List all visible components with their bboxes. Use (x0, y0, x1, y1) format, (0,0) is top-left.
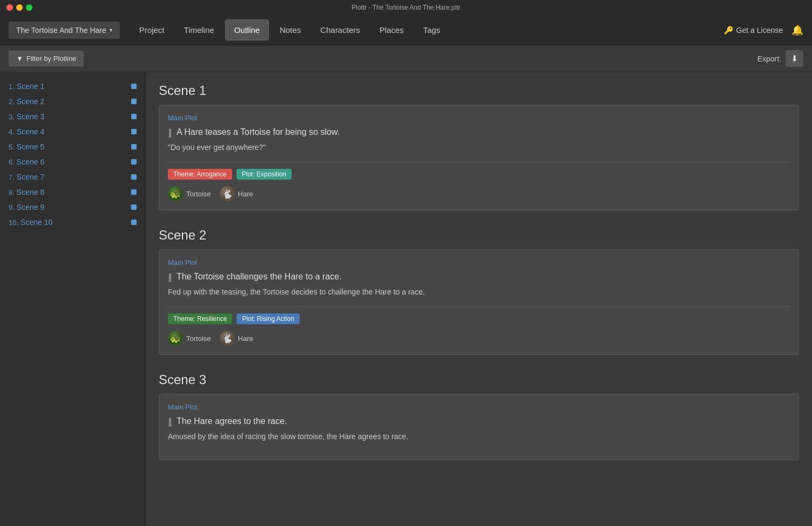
nav-notes[interactable]: Notes (271, 20, 309, 40)
sidebar-label: Scene 2 (17, 97, 131, 106)
hare-name: Hare (238, 190, 253, 198)
nav-places[interactable]: Places (371, 20, 412, 40)
nav-right: 🔑 Get a License 🔔 (724, 24, 803, 36)
characters-row-2: Tortoise Hare (168, 331, 790, 346)
nav-project[interactable]: Project (131, 20, 173, 40)
scene-divider-2 (168, 306, 790, 307)
sidebar-item-scene4[interactable]: 4. Scene 4 (0, 124, 145, 139)
tag-exposition[interactable]: Plot: Exposition (236, 169, 292, 180)
tags-row-1: Theme: Arrogance Plot: Exposition (168, 169, 790, 180)
license-button[interactable]: 🔑 Get a License (724, 26, 783, 35)
nav-characters[interactable]: Characters (312, 20, 368, 40)
sidebar-num: 6. (9, 158, 15, 166)
sidebar-item-scene8[interactable]: 8. Scene 8 (0, 185, 145, 200)
sidebar-dot (131, 144, 137, 149)
plot-label-3: Main Plot (168, 403, 790, 411)
sidebar-item-scene9[interactable]: 9. Scene 9 (0, 200, 145, 215)
scene-body-1: "Do you ever get anywhere?" (168, 142, 790, 153)
notification-bell-icon[interactable]: 🔔 (791, 24, 803, 36)
plot-label-1: Main Plot (168, 114, 790, 122)
sidebar-dot (131, 84, 137, 89)
filter-icon: ▼ (16, 54, 23, 63)
nav-timeline[interactable]: Timeline (175, 20, 223, 40)
nav-outline[interactable]: Outline (225, 19, 269, 40)
sidebar-dot (131, 189, 137, 195)
sidebar-label: Scene 1 (17, 82, 131, 91)
main-layout: 1. Scene 1 2. Scene 2 3. Scene 3 4. Scen… (0, 72, 812, 526)
sidebar-num: 5. (9, 143, 15, 151)
sidebar-item-scene10[interactable]: 10. Scene 10 (0, 215, 145, 230)
content-area: Scene 1 Main Plot A Hare teases a Tortoi… (146, 72, 812, 526)
navbar: The Tortoise And The Hare Project Timeli… (0, 15, 812, 45)
sidebar-dot (131, 174, 137, 180)
minimize-button[interactable] (16, 4, 23, 11)
scene-divider-1 (168, 162, 790, 162)
tortoise-avatar (168, 331, 183, 346)
scene-title-3: Scene 3 (159, 372, 799, 387)
sidebar-num: 4. (9, 128, 15, 136)
filter-by-plotline-button[interactable]: ▼ Filter by Plotline (9, 51, 84, 66)
title-bar: Plottr - The Tortoise And The Hare.pltr (0, 0, 812, 15)
scene-card-1[interactable]: Main Plot A Hare teases a Tortoise for b… (159, 105, 799, 210)
sidebar-label: Scene 8 (17, 188, 131, 196)
tortoise-name: Tortoise (186, 334, 211, 343)
sidebar-item-scene1[interactable]: 1. Scene 1 (0, 79, 145, 94)
tortoise-name: Tortoise (186, 190, 211, 198)
toolbar: ▼ Filter by Plotline Export: ⬇ (0, 45, 812, 72)
sidebar-dot (131, 159, 137, 165)
scene-block-1: Scene 1 Main Plot A Hare teases a Tortoi… (159, 83, 799, 210)
key-icon: 🔑 (724, 26, 733, 35)
scene-title-1: Scene 1 (159, 83, 799, 98)
scene-headline-2: The Tortoise challenges the Hare to a ra… (168, 272, 790, 282)
sidebar-dot (131, 220, 137, 225)
hare-name: Hare (238, 334, 253, 343)
nav-links: Project Timeline Outline Notes Character… (131, 19, 724, 40)
scene-body-3: Amused by the idea of racing the slow to… (168, 431, 790, 442)
scene-headline-1: A Hare teases a Tortoise for being so sl… (168, 127, 790, 138)
project-title-button[interactable]: The Tortoise And The Hare (9, 22, 120, 39)
sidebar-label: Scene 6 (17, 158, 131, 166)
scene-card-3[interactable]: Main Plot The Hare agrees to the race. A… (159, 394, 799, 460)
tortoise-avatar (168, 186, 183, 201)
sidebar-num: 9. (9, 203, 15, 211)
close-button[interactable] (6, 4, 13, 11)
scene-card-2[interactable]: Main Plot The Tortoise challenges the Ha… (159, 249, 799, 355)
tags-row-2: Theme: Resilience Plot: Rising Action (168, 313, 790, 324)
sidebar: 1. Scene 1 2. Scene 2 3. Scene 3 4. Scen… (0, 72, 146, 526)
tag-rising-action[interactable]: Plot: Rising Action (236, 313, 300, 324)
sidebar-dot (131, 129, 137, 134)
scene-block-2: Scene 2 Main Plot The Tortoise challenge… (159, 228, 799, 355)
hare-avatar (220, 331, 235, 346)
sidebar-num: 7. (9, 173, 15, 181)
characters-row-1: Tortoise Hare (168, 186, 790, 201)
sidebar-num: 3. (9, 113, 15, 121)
tag-resilience[interactable]: Theme: Resilience (168, 313, 232, 324)
sidebar-label: Scene 7 (17, 173, 131, 181)
maximize-button[interactable] (26, 4, 32, 11)
sidebar-item-scene3[interactable]: 3. Scene 3 (0, 109, 145, 124)
window-title: Plottr - The Tortoise And The Hare.pltr (351, 4, 460, 11)
sidebar-label: Scene 4 (17, 127, 131, 136)
sidebar-item-scene2[interactable]: 2. Scene 2 (0, 94, 145, 109)
char-hare-1[interactable]: Hare (220, 186, 253, 201)
scene-title-2: Scene 2 (159, 228, 799, 243)
plot-label-2: Main Plot (168, 258, 790, 267)
char-tortoise-1[interactable]: Tortoise (168, 186, 211, 201)
nav-tags[interactable]: Tags (415, 20, 449, 40)
sidebar-num: 8. (9, 188, 15, 196)
export-button[interactable]: ⬇ (786, 50, 803, 67)
tag-arrogance[interactable]: Theme: Arrogance (168, 169, 232, 180)
char-hare-2[interactable]: Hare (220, 331, 253, 346)
char-tortoise-2[interactable]: Tortoise (168, 331, 211, 346)
sidebar-item-scene6[interactable]: 6. Scene 6 (0, 154, 145, 169)
sidebar-item-scene7[interactable]: 7. Scene 7 (0, 169, 145, 185)
sidebar-num: 1. (9, 83, 15, 91)
sidebar-num: 10. (9, 218, 18, 227)
sidebar-label: Scene 9 (17, 203, 131, 211)
sidebar-num: 2. (9, 98, 15, 106)
sidebar-dot (131, 204, 137, 210)
scene-block-3: Scene 3 Main Plot The Hare agrees to the… (159, 372, 799, 460)
sidebar-item-scene5[interactable]: 5. Scene 5 (0, 139, 145, 154)
sidebar-dot (131, 114, 137, 119)
sidebar-dot (131, 99, 137, 104)
